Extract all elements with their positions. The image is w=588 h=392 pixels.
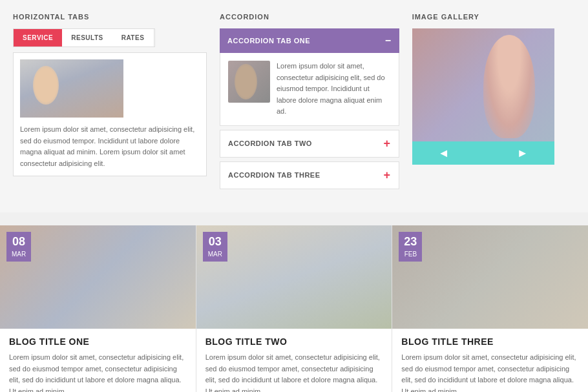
- accordion-item-2: ACCORDION TAB TWO +: [220, 130, 399, 158]
- accordion-label-3: ACCORDION TAB THREE: [228, 171, 320, 179]
- accordion-panel: ACCORDION ACCORDION TAB ONE − Lorem ipsu…: [220, 13, 399, 193]
- section-gap: [0, 212, 588, 225]
- blog-month-2: Mar: [208, 251, 222, 258]
- blog-text-2: Lorem ipsum dolor sit amet, consectetur …: [205, 352, 383, 392]
- blog-image-2: 03 Mar: [196, 225, 392, 329]
- blog-content-2: BLOG TITLE TWO Lorem ipsum dolor sit ame…: [196, 329, 392, 392]
- blog-content-3: BLOG TITLE THREE Lorem ipsum dolor sit a…: [392, 329, 588, 392]
- accordion-header-1[interactable]: ACCORDION TAB ONE −: [220, 28, 399, 53]
- gallery-prev-button[interactable]: ◄: [438, 147, 450, 160]
- accordion-body-text-1: Lorem ipsum dolor sit amet, consectetur …: [277, 61, 391, 118]
- tab-body-text: Lorem ipsum dolor sit amet, consectetur …: [20, 124, 200, 169]
- horizontal-tabs-title: HORIZONTAL TABS: [13, 13, 207, 21]
- blog-date-badge-2: 03 Mar: [203, 232, 227, 262]
- accordion-header-3[interactable]: ACCORDION TAB THREE +: [220, 161, 399, 189]
- blog-section: 08 Mar BLOG TITLE ONE Lorem ipsum dolor …: [0, 225, 588, 392]
- accordion-plus-icon-2: +: [384, 137, 391, 150]
- accordion-thumb-1: [228, 61, 270, 103]
- blog-date-badge-3: 23 Feb: [399, 232, 422, 262]
- blog-title-3: BLOG TITLE THREE: [401, 336, 579, 347]
- accordion-label-2: ACCORDION TAB TWO: [228, 139, 312, 147]
- accordion-label-1: ACCORDION TAB ONE: [227, 37, 310, 45]
- tab-results[interactable]: RESULTS: [62, 29, 112, 46]
- gallery-next-button[interactable]: ►: [517, 147, 529, 160]
- blog-image-1: 08 Mar: [0, 225, 196, 329]
- tab-service[interactable]: SERVICE: [14, 29, 62, 46]
- accordion-plus-icon-3: +: [384, 169, 391, 182]
- blog-text-1: Lorem ipsum dolor sit amet, consectetur …: [9, 352, 187, 392]
- accordion-body-1: Lorem ipsum dolor sit amet, consectetur …: [220, 53, 399, 126]
- blog-card-1: 08 Mar BLOG TITLE ONE Lorem ipsum dolor …: [0, 225, 196, 392]
- blog-day-3: 23: [404, 234, 417, 249]
- tab-buttons-group: SERVICE RESULTS RATES: [13, 28, 155, 47]
- horizontal-tabs-panel: HORIZONTAL TABS SERVICE RESULTS RATES Lo…: [13, 13, 207, 193]
- blog-month-1: Mar: [12, 251, 26, 258]
- blog-title-1: BLOG TITLE ONE: [9, 336, 187, 347]
- accordion-title: ACCORDION: [220, 13, 399, 21]
- blog-month-3: Feb: [404, 251, 417, 258]
- tab-image-inner: [20, 59, 123, 118]
- blog-day-2: 03: [208, 234, 222, 249]
- blog-card-3: 23 Feb BLOG TITLE THREE Lorem ipsum dolo…: [392, 225, 588, 392]
- blog-text-3: Lorem ipsum dolor sit amet, consectetur …: [401, 352, 579, 392]
- image-gallery-panel: IMAGE GALLERY ◄ ►: [412, 13, 575, 193]
- blog-title-2: BLOG TITLE TWO: [205, 336, 383, 347]
- tab-image: [20, 59, 123, 118]
- blog-date-badge-1: 08 Mar: [6, 232, 31, 262]
- tab-rates[interactable]: RATES: [112, 29, 154, 46]
- blog-image-3: 23 Feb: [392, 225, 588, 329]
- gallery-nav-bar: ◄ ►: [412, 141, 554, 165]
- gallery-main-image: [412, 28, 554, 141]
- tab-content: Lorem ipsum dolor sit amet, consectetur …: [13, 52, 207, 176]
- accordion-header-2[interactable]: ACCORDION TAB TWO +: [220, 130, 399, 158]
- gallery-figure: [412, 28, 554, 141]
- accordion-minus-icon-1: −: [385, 35, 392, 46]
- image-gallery-title: IMAGE GALLERY: [412, 13, 575, 21]
- blog-content-1: BLOG TITLE ONE Lorem ipsum dolor sit ame…: [0, 329, 196, 392]
- accordion-item-1: ACCORDION TAB ONE − Lorem ipsum dolor si…: [220, 28, 399, 126]
- blog-card-2: 03 Mar BLOG TITLE TWO Lorem ipsum dolor …: [196, 225, 392, 392]
- accordion-item-3: ACCORDION TAB THREE +: [220, 161, 399, 189]
- blog-day-1: 08: [12, 234, 26, 249]
